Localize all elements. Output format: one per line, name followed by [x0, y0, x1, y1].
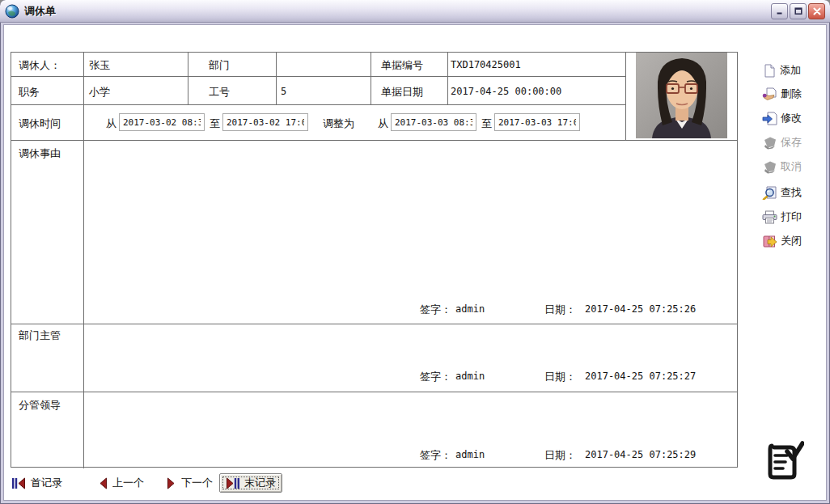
app-globe-icon: [5, 4, 19, 19]
to-label-1: 至: [210, 116, 220, 131]
grid-line: [371, 53, 371, 104]
modify-button[interactable]: 修改: [762, 109, 825, 127]
applicant-value: 张玉: [89, 58, 110, 73]
emp-number-label: 工号: [209, 85, 230, 100]
orig-from-input[interactable]: [119, 113, 205, 131]
leave-form-table: 调休人： 张玉 部门 单据编号 TXD170425001 职务 小学 工号 5 …: [11, 52, 738, 468]
delete-button[interactable]: 删除: [762, 85, 825, 103]
doc-date-label: 单据日期: [381, 85, 423, 100]
save-icon: [762, 136, 777, 150]
grid-line: [188, 53, 188, 104]
new-to-input[interactable]: [494, 113, 580, 131]
leader-sign-label: 签字：: [420, 448, 451, 463]
department-label: 部门: [209, 58, 230, 73]
reason-label: 调休事由: [19, 146, 61, 161]
grid-line: [11, 76, 625, 77]
maximize-button[interactable]: [790, 3, 807, 19]
dept-manager-date-label: 日期：: [544, 370, 576, 384]
window: 调休单: [0, 0, 830, 504]
grid-line: [625, 53, 626, 140]
leader-date-label: 日期：: [544, 448, 576, 463]
grid-line: [447, 53, 448, 104]
to-label-2: 至: [481, 116, 492, 131]
leader-label: 分管领导: [19, 398, 61, 413]
print-button[interactable]: 打印: [762, 208, 825, 226]
edit-record-icon: [762, 112, 777, 125]
print-icon: [762, 210, 777, 224]
adjust-to-label: 调整为: [323, 116, 354, 131]
grid-line: [11, 324, 738, 324]
cancel-icon: [762, 160, 777, 174]
close-icon: [813, 7, 821, 15]
first-record-icon: [11, 477, 26, 489]
doc-date-value: 2017-04-25 00:00:00: [451, 86, 561, 97]
from-label-1: 从: [106, 116, 116, 131]
emp-number-value: 5: [281, 86, 286, 97]
dept-manager-sign-value: admin: [455, 371, 485, 382]
save-button[interactable]: 保存: [762, 133, 825, 151]
leader-date-value: 2017-04-25 07:25:29: [585, 449, 696, 460]
close-button[interactable]: [808, 3, 825, 19]
reason-date-label: 日期：: [544, 303, 576, 317]
first-record-button[interactable]: 首记录: [11, 475, 62, 491]
checklist-stamp-icon: [765, 440, 804, 484]
find-button[interactable]: 查找: [762, 184, 825, 201]
doc-number-value: TXD170425001: [451, 59, 521, 70]
doc-number-label: 单据编号: [381, 58, 423, 73]
title-bar[interactable]: 调休单: [0, 0, 830, 23]
leader-sign-value: admin: [455, 449, 485, 460]
new-from-input[interactable]: [391, 113, 476, 131]
employee-photo: [636, 53, 727, 138]
grid-line: [83, 53, 84, 468]
last-record-icon: [226, 477, 240, 489]
next-record-icon: [167, 477, 176, 489]
close-book-icon: [762, 235, 777, 248]
dept-manager-date-value: 2017-04-25 07:25:27: [585, 371, 696, 382]
minimize-button[interactable]: [771, 3, 788, 19]
add-document-icon: [762, 64, 777, 78]
grid-line: [276, 53, 277, 104]
next-record-button[interactable]: 下一个: [167, 475, 213, 491]
minimize-icon: [776, 7, 784, 15]
reason-date-value: 2017-04-25 07:25:26: [585, 303, 696, 315]
maximize-icon: [794, 7, 802, 15]
applicant-label: 调休人：: [19, 58, 61, 73]
orig-to-input[interactable]: [222, 113, 308, 131]
leave-time-label: 调休时间: [19, 116, 61, 131]
previous-record-icon: [98, 477, 108, 489]
last-record-button[interactable]: 末记录: [219, 473, 282, 493]
dept-manager-label: 部门主管: [19, 328, 61, 343]
cancel-button[interactable]: 取消: [762, 158, 825, 176]
grid-line: [11, 140, 738, 141]
grid-line: [11, 392, 738, 392]
search-icon: [762, 186, 777, 200]
grid-line: [11, 104, 625, 105]
reason-sign-value: admin: [455, 303, 485, 315]
window-title: 调休单: [24, 4, 56, 19]
add-button[interactable]: 添加: [762, 61, 825, 79]
dept-manager-sign-label: 签字：: [420, 370, 451, 384]
reason-sign-label: 签字：: [420, 303, 451, 317]
previous-record-button[interactable]: 上一个: [98, 475, 144, 491]
delete-record-icon: [762, 87, 777, 101]
close-form-button[interactable]: 关闭: [762, 232, 825, 250]
position-label: 职务: [19, 85, 40, 100]
position-value: 小学: [89, 85, 110, 100]
from-label-2: 从: [378, 116, 388, 131]
